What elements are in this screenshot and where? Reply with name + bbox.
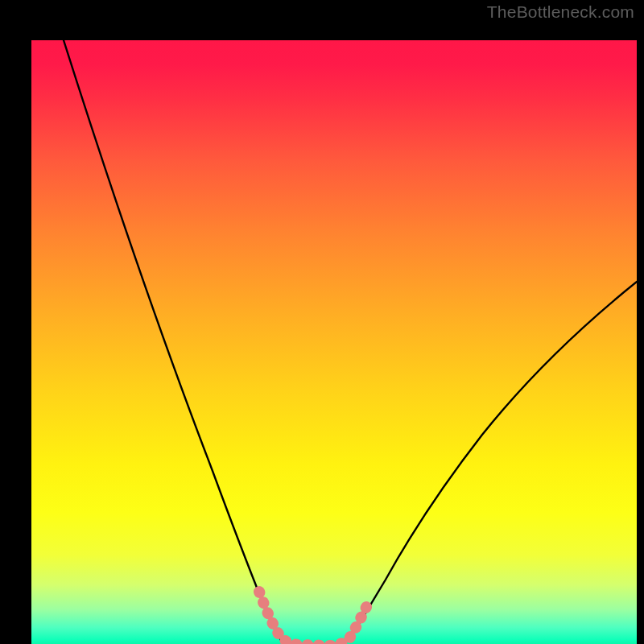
plot-area: [31, 40, 637, 644]
optimal-range-highlight: [259, 592, 368, 644]
chart-frame: [12, 16, 632, 636]
right-branch-curve: [349, 282, 637, 640]
bottleneck-curve-svg: [31, 40, 637, 644]
watermark-text: TheBottleneck.com: [487, 2, 634, 22]
left-branch-curve: [64, 40, 281, 640]
